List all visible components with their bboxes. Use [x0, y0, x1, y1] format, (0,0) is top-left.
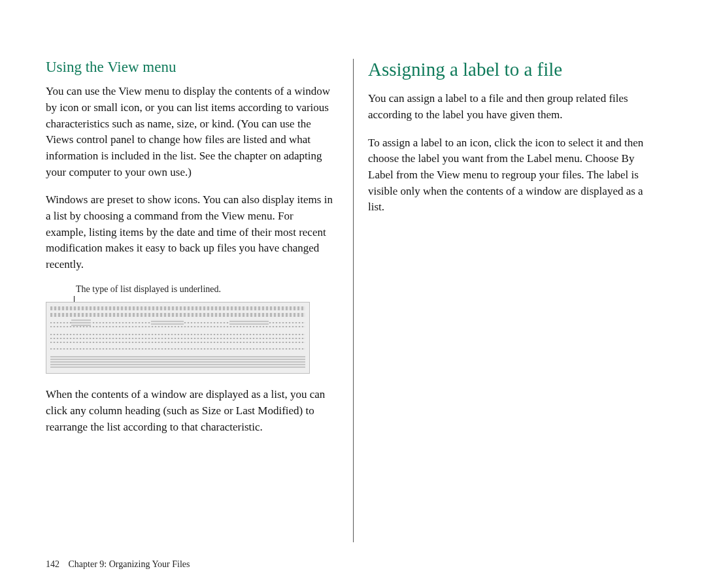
figure-caption-block: The type of list displayed is underlined… — [46, 284, 333, 295]
document-page: Using the View menu You can use the View… — [0, 0, 706, 588]
figure-caption: The type of list displayed is underlined… — [76, 284, 333, 295]
section-heading-view-menu: Using the View menu — [46, 59, 333, 76]
body-paragraph: Windows are preset to show icons. You ca… — [46, 192, 333, 272]
section-heading-assigning-label: Assigning a label to a file — [368, 59, 654, 80]
body-paragraph: You can assign a label to a file and the… — [368, 91, 654, 123]
body-paragraph: You can use the View menu to display the… — [46, 84, 333, 180]
body-paragraph: To assign a label to an icon, click the … — [368, 135, 654, 216]
screenshot-figure — [46, 302, 310, 374]
body-paragraph: When the contents of a window are displa… — [46, 387, 333, 435]
chapter-title: Chapter 9: Organizing Your Files — [69, 559, 190, 569]
two-column-layout: Using the View menu You can use the View… — [46, 59, 667, 542]
page-number: 142 — [46, 559, 59, 569]
right-column: Assigning a label to a file You can assi… — [353, 59, 654, 542]
left-column: Using the View menu You can use the View… — [46, 59, 346, 542]
page-footer: 142 Chapter 9: Organizing Your Files — [46, 559, 190, 570]
